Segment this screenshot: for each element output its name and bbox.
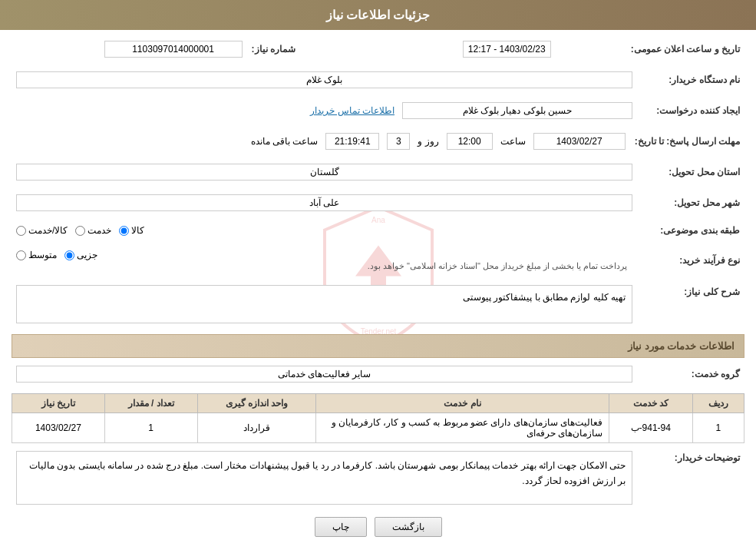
- baqi-value: 21:19:41: [325, 133, 379, 150]
- saat-label: ساعت: [500, 136, 526, 147]
- nav-jozii-label: جزیی: [77, 250, 97, 260]
- cell-vahed: قرارداد: [197, 413, 316, 443]
- page-title: جزئیات اطلاعات نیاز: [0, 0, 756, 30]
- table-row: 1 941-94-ب فعالیت‌های سازمان‌های دارای ع…: [12, 413, 744, 443]
- header-title-text: جزئیات اطلاعات نیاز: [326, 8, 431, 22]
- sharh-box: تهیه کلیه لوازم مطابق با پیشفاکتور پیوست…: [16, 285, 632, 323]
- shahr-label: شهر محل تحویل:: [637, 191, 744, 214]
- shomare-niaz-value-cell: 1103097014000001: [12, 38, 247, 61]
- shahr-value: علی آباد: [16, 194, 632, 211]
- saat-value: 12:00: [447, 133, 493, 150]
- nav-description: پرداخت تمام یا بخشی از مبلغ خریداز محل "…: [368, 261, 628, 270]
- nav-jozii-radio[interactable]: [64, 250, 74, 260]
- info-table-sharh: شرح کلی نیاز: تهیه کلیه لوازم مطابق با پ…: [12, 282, 744, 326]
- col-name: نام خدمت: [316, 394, 609, 413]
- tabaqe-khadamat-item: خدمت: [75, 225, 111, 236]
- ijad-konande-label: ایجاد کننده درخواست:: [637, 99, 744, 122]
- sharh-label: شرح کلی نیاز:: [637, 282, 744, 326]
- tawzih-text: حتی الامکان جهت ارائه بهتر خدمات پیمانکا…: [29, 460, 626, 486]
- cell-kod: 941-94-ب: [609, 413, 692, 443]
- shomare-niaz-value: 1103097014000001: [104, 41, 243, 58]
- tabaqe-label: طبقه بندی موضوعی:: [637, 222, 744, 239]
- goroh-value: سایر فعالیت‌های خدماتی: [16, 366, 632, 383]
- col-tarikh: تاریخ نیاز: [12, 394, 105, 413]
- tabaqe-kala-item: کالا: [119, 225, 144, 236]
- ettelaat-tamas-link[interactable]: اطلاعات تماس خریدار: [310, 105, 395, 116]
- mohlat-values-cell: 1403/02/27 ساعت 12:00 روز و 3 21:19:41 س…: [12, 130, 630, 153]
- col-tedad: تعداد / مقدار: [104, 394, 197, 413]
- tawzih-box: حتی الامکان جهت ارائه بهتر خدمات پیمانکا…: [16, 451, 632, 505]
- tabaqe-kala-khadamat-item: کالا/خدمت: [16, 225, 68, 236]
- info-table-goroh: گروه خدمت: سایر فعالیت‌های خدماتی: [12, 363, 744, 386]
- nav-jozii-item: جزیی: [64, 250, 97, 260]
- nav-mottavaset-label: متوسط: [28, 250, 57, 260]
- info-table-row1: تاریخ و ساعت اعلان عمومی: 1403/02/23 - 1…: [12, 38, 744, 61]
- shahr-value-cell: علی آباد: [12, 191, 637, 214]
- tabaqe-khadamat-radio[interactable]: [75, 226, 85, 236]
- back-button[interactable]: بازگشت: [375, 517, 442, 537]
- info-table-row7: طبقه بندی موضوعی: کالا/خدمت خدمت: [12, 222, 744, 239]
- nav-farayand-label: نوع فرآیند خرید:: [637, 247, 744, 274]
- tabaqe-radio-group: کالا/خدمت خدمت کالا: [16, 225, 632, 236]
- baqi-label: ساعت باقی مانده: [251, 136, 319, 147]
- main-content: تاریخ و ساعت اعلان عمومی: 1403/02/23 - 1…: [0, 30, 756, 540]
- tabaqe-radios-cell: کالا/خدمت خدمت کالا: [12, 222, 637, 239]
- cell-radif: 1: [692, 413, 744, 443]
- tawzih-label: توضیحات خریدار:: [637, 448, 744, 508]
- info-table-row5: استان محل تحویل: گلستان: [12, 161, 744, 184]
- info-table-tawzih: توضیحات خریدار: حتی الامکان جهت ارائه به…: [12, 448, 744, 508]
- nav-mottavaset-item: متوسط: [16, 250, 57, 260]
- nam-dastgah-label: نام دستگاه خریدار:: [637, 68, 744, 91]
- nav-radio-group: متوسط جزیی: [16, 250, 632, 260]
- tabaqe-kala-label: کالا: [131, 225, 144, 236]
- noaz-table: ردیف کد خدمت نام خدمت واحد اندازه گیری ت…: [12, 393, 744, 443]
- tarikh-elaan-value: 1403/02/23 - 12:17: [463, 41, 551, 58]
- shomare-niaz-label: شماره نیاز:: [247, 38, 370, 61]
- goroh-value-cell: سایر فعالیت‌های خدماتی: [12, 363, 637, 386]
- print-button[interactable]: چاپ: [315, 517, 367, 537]
- tawzih-value-cell: حتی الامکان جهت ارائه بهتر خدمات پیمانکا…: [12, 448, 637, 508]
- col-kod: کد خدمت: [609, 394, 692, 413]
- info-table-row8: نوع فرآیند خرید: متوسط جزیی: [12, 247, 744, 274]
- sharh-text: تهیه کلیه لوازم مطابق با پیشفاکتور پیوست…: [463, 292, 626, 303]
- ijad-konande-value-cell: حسین بلوکی دهیار بلوک غلام اطلاعات تماس …: [12, 99, 637, 122]
- tabaqe-kala-khadamat-label: کالا/خدمت: [28, 225, 68, 236]
- mohlat-label: مهلت ارسال پاسخ: تا تاریخ:: [630, 130, 744, 153]
- date-value: 1403/02/27: [533, 133, 626, 150]
- tabaqe-kala-radio[interactable]: [119, 226, 129, 236]
- page-wrapper: Ana Tender.net جزئیات اطلاعات نیاز تاریخ…: [0, 0, 756, 540]
- rooz-label: روز و: [418, 136, 438, 147]
- cell-tedad: 1: [104, 413, 197, 443]
- nav-farayand-cell: متوسط جزیی پرداخت تمام یا بخشی از مبلغ خ…: [12, 247, 637, 274]
- ostan-value-cell: گلستان: [12, 161, 637, 184]
- ijad-konande-value: حسین بلوکی دهیار بلوک غلام: [402, 102, 632, 119]
- col-vahed: واحد اندازه گیری: [197, 394, 316, 413]
- tabaqe-khadamat-label: خدمت: [87, 225, 111, 236]
- khadamat-section-header: اطلاعات خدمات مورد نیاز: [12, 334, 744, 358]
- goroh-label: گروه خدمت:: [637, 363, 744, 386]
- button-row: بازگشت چاپ: [12, 517, 744, 537]
- rooz-value: 3: [387, 133, 410, 150]
- ostan-label: استان محل تحویل:: [637, 161, 744, 184]
- ostan-value: گلستان: [16, 164, 632, 181]
- col-radif: ردیف: [692, 394, 744, 413]
- tarikh-elaan-label: تاریخ و ساعت اعلان عمومی:: [556, 38, 744, 61]
- cell-name: فعالیت‌های سازمان‌های دارای عضو مربوط به…: [316, 413, 609, 443]
- tarikh-elaan-value-cell: 1403/02/23 - 12:17: [400, 38, 555, 61]
- nam-dastgah-value: بلوک غلام: [16, 71, 632, 88]
- nav-mottavaset-radio[interactable]: [16, 250, 26, 260]
- nam-dastgah-value-cell: بلوک غلام: [12, 68, 637, 91]
- tabaqe-kala-khadamat-radio[interactable]: [16, 226, 26, 236]
- info-table-row4: مهلت ارسال پاسخ: تا تاریخ: 1403/02/27 سا…: [12, 130, 744, 153]
- info-table-row2: نام دستگاه خریدار: بلوک غلام: [12, 68, 744, 91]
- info-table-row6: شهر محل تحویل: علی آباد: [12, 191, 744, 214]
- cell-tarikh: 1403/02/27: [12, 413, 105, 443]
- info-table-row3: ایجاد کننده درخواست: حسین بلوکی دهیار بل…: [12, 99, 744, 122]
- sharh-value-cell: تهیه کلیه لوازم مطابق با پیشفاکتور پیوست…: [12, 282, 637, 326]
